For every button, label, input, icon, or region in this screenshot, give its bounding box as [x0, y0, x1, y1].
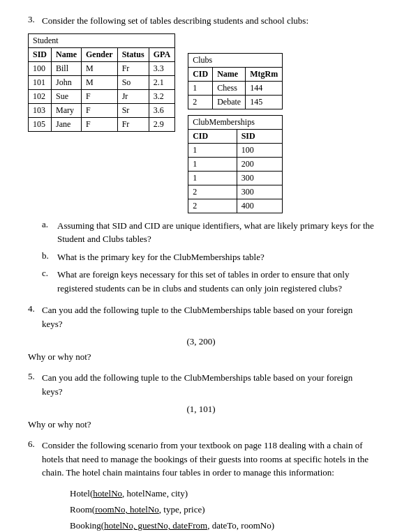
table-header: Name	[52, 47, 82, 61]
question-3-number: 3.	[28, 14, 42, 28]
hotel-line-room: Room(roomNo, hotelNo, type, price)	[70, 501, 374, 517]
subquestion-3a-text: Assuming that SID and CID are unique ide…	[57, 219, 374, 246]
question-3-subquestions: a. Assuming that SID and CID are unique …	[42, 219, 374, 296]
table-row: 2 Debate 145	[188, 95, 283, 109]
table-cell: 200	[237, 157, 283, 171]
hotel-line-hotel: Hotel(hotelNo, hotelName, city)	[70, 485, 374, 501]
table-header: Status	[117, 47, 149, 61]
table-cell: Sr	[117, 103, 149, 117]
right-tables: Clubs CID Name MtgRm 1 Chess 144 2 Debat	[188, 33, 283, 213]
table-cell: Bill	[52, 61, 82, 75]
table-header: Gender	[82, 47, 118, 61]
table-row: 1 100	[188, 143, 283, 157]
table-cell: 400	[237, 199, 283, 213]
table-cell: So	[117, 75, 149, 89]
table-cell: Jr	[117, 89, 149, 103]
question-6-header: 6. Consider the following scenario from …	[28, 439, 374, 480]
clubs-table-label: Clubs	[188, 53, 283, 67]
question-6: 6. Consider the following scenario from …	[28, 439, 374, 532]
subquestion-3a: a. Assuming that SID and CID are unique …	[42, 219, 374, 246]
table-cell: 2.1	[149, 75, 174, 89]
question-5-text: Can you add the following tuple to the C…	[42, 371, 374, 398]
table-cell: F	[82, 103, 118, 117]
question-5-number: 5.	[28, 371, 42, 398]
table-cell: 102	[29, 89, 52, 103]
room-underline: roomNo, hotelNo	[95, 504, 159, 515]
table-cell: Sue	[52, 89, 82, 103]
hotel-line-booking: Booking(hotelNo, guestNo, dateFrom, date…	[70, 517, 374, 532]
table-cell: 144	[246, 81, 283, 95]
subquestion-3b-text: What is the primary key for the ClubMemb…	[57, 250, 374, 264]
question-4: 4. Can you add the following tuple to th…	[28, 303, 374, 363]
table-cell: 2	[188, 95, 213, 109]
question-3-header: 3. Consider the following set of tables …	[28, 14, 374, 28]
question-5-tuple: (1, 101)	[28, 404, 374, 415]
question-4-why: Why or why not?	[28, 351, 374, 363]
table-header: GPA	[149, 47, 174, 61]
table-cell: 103	[29, 103, 52, 117]
table-cell: 300	[237, 171, 283, 185]
table-header: MtgRm	[246, 67, 283, 81]
table-cell: 1	[188, 171, 237, 185]
subquestion-3a-letter: a.	[42, 219, 57, 246]
table-cell: Chess	[213, 81, 246, 95]
table-cell: 3.3	[149, 61, 174, 75]
table-row: 2 300	[188, 185, 283, 199]
table-cell: 1	[188, 143, 237, 157]
table-cell: 100	[29, 61, 52, 75]
question-4-header: 4. Can you add the following tuple to th…	[28, 303, 374, 330]
subquestion-3c-text: What are foreign keys necessary for this…	[57, 268, 374, 295]
student-table-label: Student	[28, 33, 175, 47]
table-cell: 3.2	[149, 89, 174, 103]
student-table: SID Name Gender Status GPA 100 Bill M Fr…	[28, 47, 175, 132]
table-cell: M	[82, 75, 118, 89]
table-cell: 2.9	[149, 117, 174, 131]
hotel-underline: hotelNo	[93, 488, 122, 499]
table-cell: 100	[237, 143, 283, 157]
table-header: CID	[188, 129, 237, 143]
table-row: 103 Mary F Sr 3.6	[29, 103, 175, 117]
table-cell: 101	[29, 75, 52, 89]
table-row: 1 200	[188, 157, 283, 171]
table-cell: 2	[188, 185, 237, 199]
question-5-header: 5. Can you add the following tuple to th…	[28, 371, 374, 398]
table-row: 2 400	[188, 199, 283, 213]
table-row: CID Name MtgRm	[188, 67, 283, 81]
clubmemberships-table-label: ClubMemberships	[188, 115, 283, 129]
student-table-wrapper: Student SID Name Gender Status GPA 100 B…	[28, 33, 175, 132]
question-3-text: Consider the following set of tables des…	[42, 14, 374, 28]
table-cell: 2	[188, 199, 237, 213]
hotel-lines: Hotel(hotelNo, hotelName, city) Room(roo…	[70, 485, 374, 533]
question-6-number: 6.	[28, 439, 42, 480]
table-cell: Fr	[117, 61, 149, 75]
table-cell: 1	[188, 81, 213, 95]
table-row: 1 Chess 144	[188, 81, 283, 95]
table-row: 105 Jane F Fr 2.9	[29, 117, 175, 131]
table-cell: 145	[246, 95, 283, 109]
table-cell: F	[82, 117, 118, 131]
table-cell: M	[82, 61, 118, 75]
subquestion-3c-letter: c.	[42, 268, 57, 295]
table-row: SID Name Gender Status GPA	[29, 47, 175, 61]
subquestion-3c: c. What are foreign keys necessary for t…	[42, 268, 374, 295]
table-header: CID	[188, 67, 213, 81]
table-cell: 300	[237, 185, 283, 199]
table-cell: Debate	[213, 95, 246, 109]
question-6-text: Consider the following scenario from you…	[42, 439, 374, 480]
table-row: CID SID	[188, 129, 283, 143]
booking-underline: hotelNo, guestNo, dateFrom	[104, 520, 207, 531]
table-header: Name	[213, 67, 246, 81]
table-cell: Mary	[52, 103, 82, 117]
table-row: 102 Sue F Jr 3.2	[29, 89, 175, 103]
question-3: 3. Consider the following set of tables …	[28, 14, 374, 295]
subquestion-3b-letter: b.	[42, 250, 57, 264]
clubmemberships-table-wrapper: ClubMemberships CID SID 1 100 1 200	[188, 115, 283, 213]
question-5-why: Why or why not?	[28, 419, 374, 430]
table-cell: 3.6	[149, 103, 174, 117]
table-row: 100 Bill M Fr 3.3	[29, 61, 175, 75]
table-header: SID	[237, 129, 283, 143]
table-cell: F	[82, 89, 118, 103]
clubs-table: CID Name MtgRm 1 Chess 144 2 Debate 145	[188, 67, 283, 109]
question-4-text: Can you add the following tuple to the C…	[42, 303, 374, 330]
table-cell: Jane	[52, 117, 82, 131]
